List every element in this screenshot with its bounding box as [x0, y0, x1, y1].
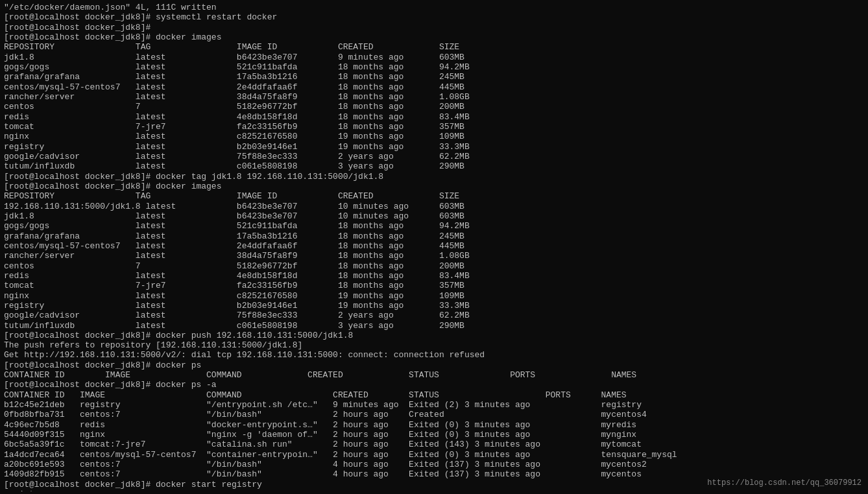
terminal-line-28: tomcat 7-jre7 fa2c33156fb9 18 months ago…	[4, 281, 864, 290]
terminal-line-44: 6bc5a5a39f1c tomcat:7-jre7 "catalina.sh …	[4, 440, 864, 449]
terminal-line-3: [root@localhost docker_jdk8]# docker ima…	[4, 32, 864, 42]
terminal-line-14: registry latest b2b03e9146e1 19 months a…	[4, 142, 864, 152]
terminal-line-11: redis latest 4e8db158f18d 18 months ago …	[4, 112, 864, 122]
terminal-line-9: rancher/server latest 38d4a75fa8f9 18 mo…	[4, 92, 864, 102]
terminal-line-24: centos/mysql-57-centos7 latest 2e4ddfafa…	[4, 241, 864, 251]
terminal-line-29: nginx latest c82521676580 19 months ago …	[4, 291, 864, 301]
terminal-line-43: 54440d09f315 nginx "nginx -g 'daemon of……	[4, 430, 864, 440]
watermark: https://blog.csdn.net/qq_36079912	[707, 478, 862, 488]
terminal-line-37: CONTAINER ID IMAGE COMMAND CREATED STATU…	[4, 370, 864, 380]
terminal-line-12: tomcat 7-jre7 fa2c33156fb9 18 months ago…	[4, 122, 864, 132]
terminal-line-0: "/etc/docker/daemon.json" 4L, 111C writt…	[4, 3, 864, 12]
terminal-line-17: [root@localhost docker_jdk8]# docker tag…	[4, 172, 864, 182]
terminal: "/etc/docker/daemon.json" 4L, 111C writt…	[4, 3, 864, 491]
terminal-line-22: gogs/gogs latest 521c911bafda 18 months …	[4, 221, 864, 231]
terminal-line-20: 192.168.110.131:5000/jdk1.8 latest b6423…	[4, 202, 864, 211]
terminal-line-42: 4c96ec7b5d8 redis "docker-entrypoint.s…"…	[4, 420, 864, 430]
terminal-line-35: Get http://192.168.110.131:5000/v2/: dia…	[4, 350, 864, 360]
terminal-line-5: jdk1.8 latest b6423be3e707 9 minutes ago…	[4, 53, 864, 62]
terminal-line-8: centos/mysql-57-centos7 latest 2e4ddfafa…	[4, 82, 864, 92]
terminal-line-45: 1a4dcd7eca64 centos/mysql-57-centos7 "co…	[4, 450, 864, 460]
terminal-line-10: centos 7 5182e96772bf 18 months ago 200M…	[4, 102, 864, 112]
terminal-line-39: CONTAINER ID IMAGE COMMAND CREATED STATU…	[4, 390, 864, 400]
terminal-line-18: [root@localhost docker_jdk8]# docker ima…	[4, 182, 864, 191]
terminal-line-40: b12c45e21deb registry "/entrypoint.sh /e…	[4, 400, 864, 410]
terminal-line-26: centos 7 5182e96772bf 18 months ago 200M…	[4, 261, 864, 271]
terminal-line-31: google/cadvisor latest 75f88e3ec333 2 ye…	[4, 311, 864, 320]
terminal-line-46: a20bc691e593 centos:7 "/bin/bash" 4 hour…	[4, 460, 864, 469]
terminal-line-19: REPOSITORY TAG IMAGE ID CREATED SIZE	[4, 191, 864, 201]
terminal-line-1: [root@localhost docker_jdk8]# systemctl …	[4, 12, 864, 22]
terminal-line-33: [root@localhost docker_jdk8]# docker pus…	[4, 331, 864, 340]
terminal-line-15: google/cadvisor latest 75f88e3ec333 2 ye…	[4, 152, 864, 161]
terminal-line-6: gogs/gogs latest 521c911bafda 18 months …	[4, 62, 864, 72]
terminal-line-49: registry	[4, 489, 864, 491]
terminal-line-25: rancher/server latest 38d4a75fa8f9 18 mo…	[4, 251, 864, 261]
terminal-line-21: jdk1.8 latest b6423be3e707 10 minutes ag…	[4, 211, 864, 221]
terminal-line-30: registry latest b2b03e9146e1 19 months a…	[4, 301, 864, 311]
terminal-line-16: tutum/influxdb latest c061e5808198 3 yea…	[4, 161, 864, 171]
terminal-line-23: grafana/grafana latest 17a5ba3b1216 18 m…	[4, 231, 864, 241]
terminal-line-27: redis latest 4e8db158f18d 18 months ago …	[4, 271, 864, 281]
terminal-line-7: grafana/grafana latest 17a5ba3b1216 18 m…	[4, 72, 864, 82]
terminal-line-4: REPOSITORY TAG IMAGE ID CREATED SIZE	[4, 42, 864, 52]
terminal-line-13: nginx latest c82521676580 19 months ago …	[4, 132, 864, 141]
terminal-line-38: [root@localhost docker_jdk8]# docker ps …	[4, 380, 864, 390]
terminal-line-2: [root@localhost docker_jdk8]#	[4, 23, 864, 32]
terminal-line-41: 0fbd8bfba731 centos:7 "/bin/bash" 2 hour…	[4, 410, 864, 419]
terminal-line-34: The push refers to repository [192.168.1…	[4, 340, 864, 350]
terminal-line-36: [root@localhost docker_jdk8]# docker ps	[4, 360, 864, 370]
terminal-line-32: tutum/influxdb latest c061e5808198 3 yea…	[4, 321, 864, 331]
